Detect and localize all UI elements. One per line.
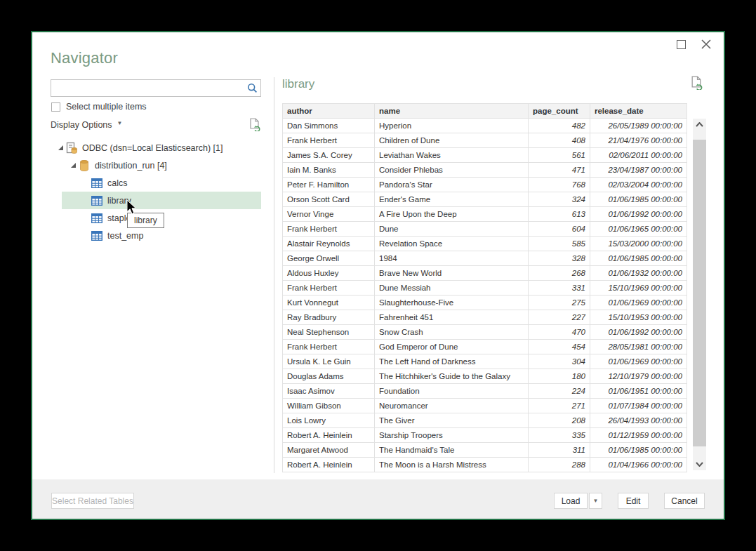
tree-item-label: calcs — [107, 178, 127, 188]
footer-actions: Load ▼ Edit Cancel — [554, 493, 705, 509]
table-cell: 15/10/1969 00:00:00 — [590, 281, 687, 296]
table-cell: Robert A. Heinlein — [283, 458, 375, 472]
table-scrollbar[interactable] — [693, 119, 706, 470]
table-cell: 01/06/1992 00:00:00 — [590, 325, 687, 340]
table-cell: 180 — [529, 369, 590, 384]
table-cell: Children of Dune — [375, 133, 529, 148]
table-cell: 02/03/2004 00:00:00 — [590, 178, 687, 192]
close-icon — [701, 39, 711, 49]
scroll-up-button[interactable] — [693, 119, 706, 131]
table-cell: 01/06/1985 00:00:00 — [590, 192, 687, 207]
search-input[interactable] — [51, 80, 244, 96]
table-cell: Neuromancer — [375, 399, 529, 413]
column-header-release_date: release_date — [590, 104, 687, 119]
maximize-button[interactable] — [670, 35, 691, 53]
table-row: Kurt VonnegutSlaughterhouse-Five27501/06… — [283, 296, 687, 310]
table-cell: God Emperor of Dune — [375, 340, 529, 354]
chevron-up-icon — [696, 122, 703, 127]
table-row: William GibsonNeuromancer27101/07/1984 0… — [283, 399, 687, 413]
select-multiple-checkbox[interactable] — [51, 102, 60, 112]
load-dropdown-button[interactable]: ▼ — [589, 493, 602, 509]
table-cell: Snow Crash — [375, 325, 529, 340]
table-cell: 561 — [529, 148, 590, 163]
display-options-dropdown[interactable]: Display Options ▼ — [51, 120, 122, 130]
tree-item-distribution-run-4[interactable]: distribution_run [4] — [51, 157, 261, 174]
table-cell: 482 — [529, 119, 590, 133]
table-cell: Peter F. Hamilton — [283, 178, 375, 192]
preview-title: library — [282, 77, 314, 91]
table-cell: William Gibson — [283, 399, 375, 413]
table-icon — [91, 196, 104, 206]
select-multiple-label: Select multiple items — [66, 102, 147, 112]
table-cell: Frank Herbert — [283, 340, 375, 354]
display-options-row: Display Options ▼ — [51, 118, 261, 131]
table-cell: Frank Herbert — [283, 281, 375, 296]
table-row: Frank HerbertGod Emperor of Dune45428/05… — [283, 340, 687, 354]
expand-icon[interactable] — [58, 145, 66, 151]
edit-button[interactable]: Edit — [618, 493, 649, 509]
table-cell: Ender's Game — [375, 192, 529, 207]
table-cell: 01/06/1992 00:00:00 — [590, 207, 687, 222]
table-cell: 26/04/1993 00:00:00 — [590, 413, 687, 428]
table-cell: 271 — [529, 399, 590, 413]
select-related-tables-button[interactable]: Select Related Tables — [51, 493, 134, 509]
table-row: Lois LowryThe Giver20826/04/1993 00:00:0… — [283, 413, 687, 428]
table-cell: Kurt Vonnegut — [283, 296, 375, 310]
table-row: Robert A. HeinleinStarship Troopers33501… — [283, 428, 687, 443]
scrollbar-thumb[interactable] — [693, 140, 706, 446]
table-row: Alastair ReynoldsRevelation Space58515/0… — [283, 237, 687, 251]
table-cell: Foundation — [375, 384, 529, 399]
table-row: Ursula K. Le GuinThe Left Hand of Darkne… — [283, 354, 687, 369]
scroll-down-button[interactable] — [693, 458, 706, 470]
table-cell: James S.A. Corey — [283, 148, 375, 163]
table-cell: George Orwell — [283, 251, 375, 266]
table-cell: 227 — [529, 310, 590, 325]
dialog-title: Navigator — [51, 49, 118, 67]
chevron-down-icon — [696, 462, 703, 467]
table-cell: Fahrenheit 451 — [375, 310, 529, 325]
preview-refresh-icon[interactable] — [691, 76, 703, 93]
expand-icon[interactable] — [70, 162, 79, 168]
table-cell: Iain M. Banks — [283, 163, 375, 178]
table-row: Neal StephensonSnow Crash47001/06/1992 0… — [283, 325, 687, 340]
table-row: Aldous HuxleyBrave New World26801/06/193… — [283, 266, 687, 281]
table-cell: 208 — [529, 413, 590, 428]
table-cell: 01/06/1969 00:00:00 — [590, 354, 687, 369]
table-row: Dan SimmonsHyperion48226/05/1989 00:00:0… — [283, 119, 687, 133]
table-cell: A Fire Upon the Deep — [375, 207, 529, 222]
column-header-author: author — [283, 104, 375, 119]
table-cell: The Handmaid's Tale — [375, 443, 529, 458]
table-cell: Frank Herbert — [283, 133, 375, 148]
table-cell: 604 — [529, 222, 590, 237]
close-button[interactable] — [696, 35, 717, 53]
table-cell: 12/10/1979 00:00:00 — [590, 369, 687, 384]
table-cell: 470 — [529, 325, 590, 340]
table-cell: Dune — [375, 222, 529, 237]
table-cell: Hyperion — [375, 119, 529, 133]
table-header-row: authornamepage_countrelease_date — [283, 104, 687, 119]
table-row: Frank HerbertDune60401/06/1965 00:00:00 — [283, 222, 687, 237]
tree-item-label: ODBC (dsn=Local Elasticsearch) [1] — [82, 143, 223, 153]
table-cell: Slaughterhouse-Five — [375, 296, 529, 310]
load-button[interactable]: Load — [554, 493, 588, 509]
table-cell: 01/06/1965 00:00:00 — [590, 222, 687, 237]
table-row: Ray BradburyFahrenheit 45122715/10/1953 … — [283, 310, 687, 325]
tree-item-calcs[interactable]: calcs — [51, 174, 261, 192]
cancel-button[interactable]: Cancel — [664, 493, 705, 509]
tree-refresh-icon[interactable] — [249, 118, 261, 131]
table-cell: 311 — [529, 443, 590, 458]
table-cell: The Moon is a Harsh Mistress — [375, 458, 529, 472]
table-cell: Brave New World — [375, 266, 529, 281]
table-cell: Margaret Atwood — [283, 443, 375, 458]
table-cell: Orson Scott Card — [283, 192, 375, 207]
table-cell: 01/07/1984 00:00:00 — [590, 399, 687, 413]
tree-item-odbc-dsn-local-elasticsearch-1[interactable]: ODBC (dsn=Local Elasticsearch) [1] — [51, 139, 261, 157]
table-cell: 268 — [529, 266, 590, 281]
table-row: Orson Scott CardEnder's Game32401/06/198… — [283, 192, 687, 207]
table-row: Margaret AtwoodThe Handmaid's Tale31101/… — [283, 443, 687, 458]
tree-item-test-emp[interactable]: test_emp — [51, 227, 261, 244]
table-cell: 28/05/1981 00:00:00 — [590, 340, 687, 354]
tree-item-library[interactable]: library — [51, 192, 261, 209]
table-cell: Aldous Huxley — [283, 266, 375, 281]
table-cell: Dan Simmons — [283, 119, 375, 133]
